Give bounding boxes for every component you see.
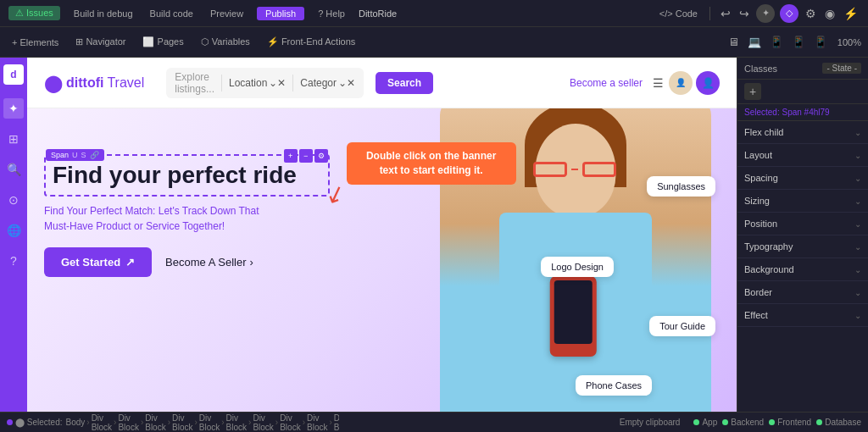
sidebar-icon-grid[interactable]: ⊞ — [3, 129, 24, 149]
link-button[interactable]: 🔗 — [90, 151, 99, 159]
nav-logo: ⬤ dittofi Travel — [44, 73, 144, 93]
rs-section-layout[interactable]: Layout⌄ — [737, 144, 868, 167]
breadcrumb-item-6[interactable]: Div Block — [226, 413, 247, 432]
chevron-icon: ⌄ — [854, 174, 861, 183]
get-started-button[interactable]: Get Started ↗ — [44, 247, 152, 277]
frontend-status: Frontend — [769, 418, 811, 427]
sunglasses-tag[interactable]: Sunglasses — [647, 176, 715, 197]
breadcrumb-item-8[interactable]: Div Block — [280, 413, 300, 432]
logo-dot: ⬤ — [44, 73, 63, 93]
glasses-decoration — [533, 162, 618, 180]
banner-headline[interactable]: Find your perfect ride — [53, 161, 321, 190]
breadcrumb-item-4[interactable]: Div Block — [172, 413, 192, 432]
backend-dot — [722, 419, 728, 425]
elements-button[interactable]: + Elements — [7, 35, 64, 50]
breadcrumb-item-3[interactable]: Div Block — [145, 413, 165, 432]
span-minus-button[interactable]: − — [299, 149, 313, 163]
sidebar-icon-layers[interactable]: ⊙ — [3, 190, 24, 210]
hint-box: Double click on the banner text to start… — [347, 142, 516, 185]
rs-section-border[interactable]: Border⌄ — [737, 281, 868, 304]
navigator-button[interactable]: ⊞ Navigator — [70, 34, 131, 50]
breadcrumb-item-9[interactable]: Div Block — [307, 413, 327, 432]
tablet-device-button[interactable]: 📱 — [766, 34, 787, 50]
device-buttons: 🖥 💻 📱 📱 📱 — [725, 34, 831, 50]
chevron-icon: ⌄ — [854, 242, 861, 252]
site-name: DittoRide — [359, 8, 397, 19]
help-button[interactable]: ? Help — [314, 7, 348, 20]
rs-section-sizing[interactable]: Sizing⌄ — [737, 190, 868, 213]
selected-info: Selected: Span #4hl79 — [737, 104, 868, 121]
rs-section-effect[interactable]: Effect⌄ — [737, 304, 868, 327]
undo-button[interactable]: ↩ — [719, 7, 732, 20]
span-tag-label: Span — [51, 151, 69, 159]
canvas-area: ⬤ dittofi Travel Explore listings... Loc… — [27, 58, 737, 412]
nav-divider — [221, 75, 222, 91]
breadcrumb-item-10[interactable]: Div Block — [334, 413, 339, 432]
selected-label: ⬤ Selected: — [15, 418, 62, 427]
preview-button[interactable]: Preview — [207, 7, 247, 20]
desktop-device-button[interactable]: 🖥 — [725, 34, 743, 50]
build-debug-button[interactable]: Build in debug — [70, 7, 136, 20]
rs-section-position[interactable]: Position⌄ — [737, 213, 868, 235]
code-toggle-button[interactable]: </> Code — [656, 7, 701, 20]
small-mobile-device-button[interactable]: 📱 — [810, 34, 831, 50]
rs-section-typography[interactable]: Typography⌄ — [737, 235, 868, 258]
nav-avatar-2: 👤 — [696, 71, 720, 95]
pages-button[interactable]: ⬜ Pages — [137, 34, 188, 50]
breadcrumb-separator: › — [221, 418, 224, 427]
nav-become-seller-button[interactable]: Become a seller — [570, 77, 643, 89]
laptop-device-button[interactable]: 💻 — [744, 34, 765, 50]
nav-menu-icon[interactable]: ☰ — [653, 76, 664, 90]
rs-section-background[interactable]: Background⌄ — [737, 258, 868, 281]
nav-divider-2 — [292, 75, 293, 91]
breadcrumb-item-5[interactable]: Div Block — [199, 413, 220, 432]
drop-button[interactable]: ◉ — [823, 7, 837, 20]
breadcrumb-item-7[interactable]: Div Block — [253, 413, 273, 432]
logo-design-tag[interactable]: Logo Design — [541, 257, 614, 277]
underline-button[interactable]: U — [72, 151, 78, 159]
database-label: Database — [825, 418, 861, 427]
span-gear-button[interactable]: ⚙ — [314, 149, 328, 163]
banner-left: Span U S 🔗 + − ⚙ Find your perfect ride — [27, 108, 347, 412]
chevron-icon: ⌄ — [854, 128, 861, 137]
style-button[interactable]: ⚙ — [804, 7, 818, 20]
become-seller-link[interactable]: Become A Seller › — [165, 256, 253, 269]
build-code-button[interactable]: Build code — [147, 7, 197, 20]
lightning-button[interactable]: ⚡ — [842, 7, 860, 20]
phone-cases-tag[interactable]: Phone Cases — [576, 375, 652, 396]
frontend-actions-button[interactable]: ⚡ Front-End Actions — [262, 34, 361, 50]
sidebar-icon-globe[interactable]: 🌐 — [3, 220, 24, 241]
clipboard-status: Empty clipboard — [620, 418, 681, 427]
breadcrumb-separator: › — [329, 418, 331, 427]
chevron-icon: ⌄ — [854, 197, 861, 206]
breadcrumb-item-1[interactable]: Div Block — [92, 413, 112, 432]
sidebar-icon-question[interactable]: ? — [3, 251, 24, 271]
nav-category-dropdown[interactable]: Categor ⌄✕ — [300, 77, 355, 89]
strikethrough-button[interactable]: S — [81, 151, 86, 159]
rs-section-flex-child[interactable]: Flex child⌄ — [737, 121, 868, 144]
frontend-label: Frontend — [777, 418, 811, 427]
preview-banner: Double click on the banner text to start… — [27, 108, 737, 412]
chevron-icon: ⌄ — [854, 311, 861, 320]
sidebar-icon-search[interactable]: 🔍 — [3, 159, 24, 180]
variables-button[interactable]: ⬡ Variables — [196, 34, 255, 50]
tour-guide-tag[interactable]: Tour Guide — [649, 316, 715, 336]
issues-button[interactable]: ⚠ Issues — [8, 6, 60, 20]
span-toolbar: Span U S 🔗 — [46, 149, 104, 161]
state-button[interactable]: - State - — [822, 63, 861, 74]
nav-search-button[interactable]: Search — [376, 72, 433, 94]
redo-button[interactable]: ↪ — [737, 7, 751, 20]
design-mode-button[interactable]: ◇ — [780, 4, 798, 23]
span-plus-button[interactable]: + — [284, 149, 298, 163]
mobile-device-button[interactable]: 📱 — [788, 34, 809, 50]
canvas-mode-button[interactable]: ✦ — [756, 4, 775, 23]
breadcrumb-item-2[interactable]: Div Block — [118, 413, 138, 432]
sidebar-icon-cursor[interactable]: ✦ — [3, 98, 24, 119]
right-sidebar: Classes - State - + Selected: Span #4hl7… — [737, 58, 868, 412]
nav-location-dropdown[interactable]: Location ⌄✕ — [229, 77, 286, 89]
add-class-button[interactable]: + — [744, 83, 761, 100]
rs-section-spacing[interactable]: Spacing⌄ — [737, 167, 868, 190]
headline-wrapper[interactable]: Span U S 🔗 + − ⚙ Find your perfect ride — [44, 154, 330, 197]
publish-button[interactable]: Publish — [257, 7, 304, 20]
breadcrumb-item-0[interactable]: Body — [65, 418, 85, 427]
